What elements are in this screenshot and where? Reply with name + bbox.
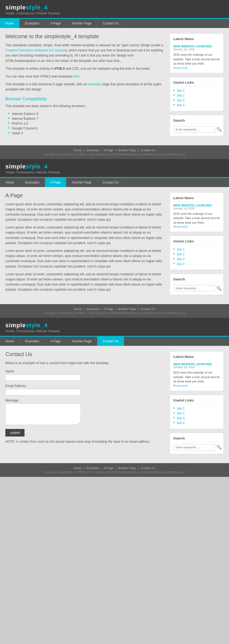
- footer-examples-2[interactable]: Examples: [86, 307, 99, 311]
- title-plain-2: simple: [5, 163, 26, 170]
- link-3b[interactable]: link 3: [177, 257, 185, 261]
- news-title-3[interactable]: NEW WEBSITE LAUNCHED: [173, 363, 220, 366]
- news-date-3: January 1st, 2010: [173, 366, 220, 369]
- form-group-message: Message: [5, 399, 164, 426]
- footer-another-2[interactable]: Another Page: [118, 307, 136, 311]
- nav-home-3[interactable]: Home: [0, 337, 20, 346]
- copyright-2: Copyright © simplestyle_4 | HTML5 | CSS …: [3, 312, 226, 315]
- read-more-1[interactable]: Read more: [173, 66, 188, 69]
- site-tagline-1: Simple. Contemporary. Website Template.: [5, 12, 224, 15]
- link-1c[interactable]: link 1: [177, 407, 185, 410]
- email-input[interactable]: [5, 389, 81, 395]
- footer-another-1[interactable]: Another Page: [118, 149, 136, 152]
- nav-another-1[interactable]: Another Page: [66, 19, 97, 28]
- news-text-1: 2010 sees the redesign of our website. T…: [173, 52, 220, 66]
- link-4[interactable]: link 4: [177, 103, 185, 107]
- site-nav-1: Home Examples A Page Another Page Contac…: [0, 19, 229, 28]
- news-title-1[interactable]: NEW WEBSITE LAUNCHED: [173, 45, 220, 48]
- link-item: link 1: [173, 247, 220, 252]
- browser-item: Google Chrome 6: [8, 126, 164, 131]
- footer-home-2[interactable]: Home: [74, 307, 82, 311]
- search-input-1[interactable]: [173, 126, 215, 133]
- link-1[interactable]: link 1: [177, 89, 185, 93]
- footer-apage-3[interactable]: A Page: [104, 466, 113, 470]
- message-textarea[interactable]: [5, 403, 81, 425]
- link-item: link 2: [173, 93, 220, 98]
- news-text-3: 2010 sees the redesign of our website. T…: [173, 370, 220, 384]
- footer-contact-3[interactable]: Contact Us: [141, 466, 155, 470]
- link-1b[interactable]: link 1: [177, 248, 185, 251]
- news-title-2[interactable]: NEW WEBSITE LAUNCHED: [173, 204, 220, 207]
- search-button-3[interactable]: 🔍: [216, 445, 222, 450]
- sidebar-3: Latest News NEW WEBSITE LAUNCHED January…: [170, 351, 224, 458]
- name-input[interactable]: [5, 374, 81, 381]
- read-more-2[interactable]: Read more: [173, 225, 188, 228]
- link-item: link 1: [173, 88, 220, 93]
- nav-home-2[interactable]: Home: [0, 178, 20, 187]
- footer-apage-1[interactable]: A Page: [104, 149, 113, 152]
- search-button-2[interactable]: 🔍: [216, 286, 222, 291]
- search-button-1[interactable]: 🔍: [216, 127, 222, 132]
- footer-apage-2[interactable]: A Page: [104, 307, 113, 311]
- link-3[interactable]: link 3: [177, 98, 185, 102]
- search-input-2[interactable]: [173, 285, 215, 291]
- site-header-1: simplestyle_4 Simple. Contemporary. Webs…: [0, 0, 229, 18]
- link-item: link 4: [173, 103, 220, 108]
- link-item: link 4: [173, 262, 220, 266]
- nav-contact-1[interactable]: Contact Us: [97, 19, 124, 28]
- nav-apage-2[interactable]: A Page: [45, 178, 67, 187]
- cc-link[interactable]: Creative Commons Attribution 3.0 Licence: [5, 48, 66, 52]
- site-header-3: simplestyle_4 Simple. Contemporary. Webs…: [0, 318, 229, 336]
- nav-another-3[interactable]: Another Page: [66, 337, 97, 346]
- read-more-3[interactable]: Read more: [173, 384, 188, 387]
- nav-another-2[interactable]: Another Page: [66, 178, 97, 187]
- here-link[interactable]: here: [73, 75, 80, 78]
- submit-button[interactable]: submit: [5, 429, 25, 437]
- nav-home-1[interactable]: Home: [0, 19, 20, 28]
- link-2[interactable]: link 2: [177, 94, 185, 97]
- footer-home-1[interactable]: Home: [74, 149, 82, 152]
- nav-examples-1[interactable]: Examples: [20, 19, 45, 28]
- nav-apage-3[interactable]: A Page: [45, 337, 67, 346]
- nav-contact-3[interactable]: Contact Us: [97, 337, 124, 346]
- site-footer-2: Home | Examples | A Page | Another Page …: [0, 304, 229, 318]
- site-nav-2: Home Examples A Page Another Page Contac…: [0, 178, 229, 187]
- search-heading-1: Search: [173, 118, 220, 124]
- nav-examples-3[interactable]: Examples: [20, 337, 45, 346]
- page-section-contact: simplestyle_4 Simple. Contemporary. Webs…: [0, 318, 229, 477]
- search-box-3: Search 🔍: [170, 433, 224, 454]
- examples-link[interactable]: examples: [88, 82, 102, 86]
- footer-examples-3[interactable]: Examples: [86, 466, 99, 470]
- contact-form: Name Email Address Message submit: [5, 369, 164, 437]
- footer-contact-2[interactable]: Contact Us: [141, 307, 155, 311]
- link-4c[interactable]: link 4: [177, 421, 185, 425]
- content-area-1: Welcome to the simplestyle_4 template Th…: [5, 33, 170, 140]
- news-date-2: January 1st, 2010: [173, 207, 220, 210]
- footer-links-1: Home | Examples | A Page | Another Page …: [3, 149, 226, 152]
- para-1-4: This template is a fully functional 5 pa…: [5, 82, 164, 92]
- footer-home-3[interactable]: Home: [74, 466, 82, 470]
- footer-contact-1[interactable]: Contact Us: [141, 149, 155, 152]
- nav-contact-2[interactable]: Contact Us: [97, 178, 124, 187]
- search-row-1: 🔍: [173, 126, 220, 133]
- main-layout-3: Contact Us Below is an example of how a …: [0, 346, 229, 463]
- nav-examples-2[interactable]: Examples: [20, 178, 45, 187]
- link-item: link 3: [173, 257, 220, 262]
- link-2c[interactable]: link 2: [177, 411, 185, 415]
- links-box-3: Useful Links link 1 link 2 link 3 link 4: [170, 395, 224, 429]
- page-section-home: simplestyle_4 Simple. Contemporary. Webs…: [0, 0, 229, 159]
- link-3c[interactable]: link 3: [177, 416, 185, 420]
- link-4b[interactable]: link 4: [177, 262, 185, 266]
- search-heading-2: Search: [173, 277, 220, 283]
- news-heading-2: Latest News: [173, 196, 220, 202]
- nav-apage-1[interactable]: A Page: [45, 19, 67, 28]
- search-input-3[interactable]: [173, 444, 215, 451]
- links-list-3: link 1 link 2 link 3 link 4: [173, 406, 220, 425]
- links-list-2: link 1 link 2 link 3 link 4: [173, 247, 220, 266]
- footer-examples-1[interactable]: Examples: [86, 149, 99, 152]
- links-heading-1: Useful Links: [173, 80, 220, 86]
- footer-another-3[interactable]: Another Page: [118, 466, 136, 470]
- site-nav-3: Home Examples A Page Another Page Contac…: [0, 337, 229, 346]
- news-box-2: Latest News NEW WEBSITE LAUNCHED January…: [170, 192, 224, 232]
- link-2b[interactable]: link 2: [177, 252, 185, 256]
